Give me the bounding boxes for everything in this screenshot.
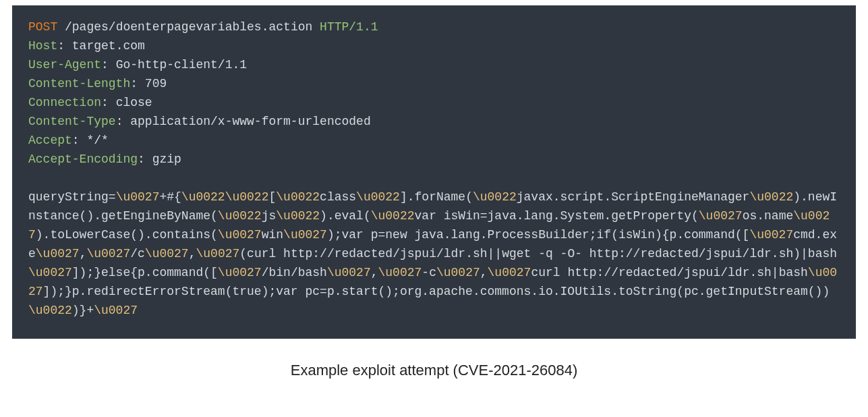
code-block: POST /pages/doenterpagevariables.action … <box>12 5 856 339</box>
figure-caption: Example exploit attempt (CVE-2021-26084) <box>0 362 868 379</box>
code-content: POST /pages/doenterpagevariables.action … <box>28 20 837 317</box>
